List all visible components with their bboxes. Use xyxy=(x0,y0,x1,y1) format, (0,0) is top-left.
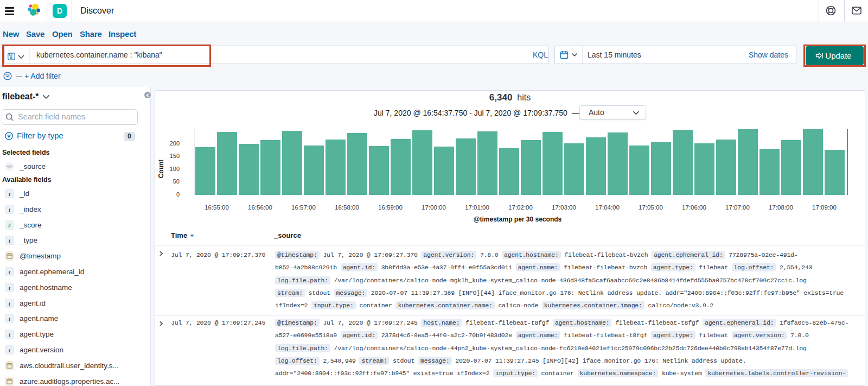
svg-text:</>: </> xyxy=(7,164,12,169)
